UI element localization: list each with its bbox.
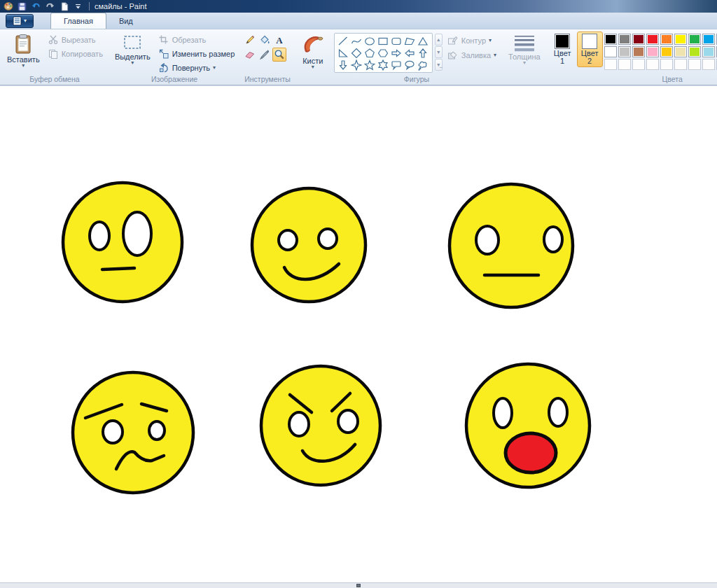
smiley-worried (73, 372, 193, 493)
palette-empty-slot[interactable] (674, 59, 687, 70)
outline-button[interactable]: Контур ▾ (445, 34, 499, 46)
tab-view[interactable]: Вид (106, 13, 146, 29)
shape-star-6-icon[interactable] (377, 59, 390, 71)
shape-callout-cloud-icon[interactable] (417, 59, 430, 71)
paste-button[interactable]: Вставить ▾ (4, 31, 43, 70)
shape-polygon-icon[interactable] (403, 35, 417, 47)
eraser-tool[interactable] (243, 48, 257, 62)
palette-color-0-2[interactable] (632, 34, 645, 45)
cut-button[interactable]: Вырезать (45, 34, 106, 46)
drawing-canvas[interactable] (0, 85, 717, 582)
gallery-expand-icon[interactable]: ▼̲ (435, 59, 443, 71)
pencil-tool[interactable] (243, 33, 257, 47)
fill-style-icon (447, 50, 459, 60)
chevron-down-icon: ▾ (131, 61, 134, 65)
redo-icon[interactable] (45, 1, 55, 12)
palette-color-1-3[interactable] (646, 46, 659, 57)
customize-quick-access-icon[interactable] (73, 1, 83, 12)
palette-color-0-6[interactable] (688, 34, 701, 45)
palette-color-1-2[interactable] (632, 46, 645, 57)
shape-callout-oval-icon[interactable] (403, 59, 417, 71)
palette-color-1-6[interactable] (688, 46, 701, 57)
group-caption: Цвета (550, 74, 717, 85)
group-caption (298, 83, 328, 85)
select-button[interactable]: Выделить ▾ (111, 31, 154, 67)
brushes-button[interactable]: Кисти ▾ (298, 31, 328, 71)
shape-curve-icon[interactable] (350, 35, 363, 47)
chevron-down-icon: ▾ (489, 38, 492, 43)
shape-diamond-icon[interactable] (350, 47, 363, 59)
group-tools: A Инструменты (241, 31, 293, 85)
palette-empty-slot[interactable] (646, 59, 659, 70)
shape-arrow-up-icon[interactable] (417, 47, 430, 59)
palette-color-0-0[interactable] (604, 34, 617, 45)
group-caption: Фигуры (334, 74, 499, 85)
shape-rectangle-icon[interactable] (377, 35, 390, 47)
palette-color-0-7[interactable] (702, 34, 715, 45)
copy-button[interactable]: Копировать (45, 48, 106, 59)
color2-button[interactable]: Цвет 2 (577, 31, 603, 67)
fill-button[interactable]: Заливка ▾ (445, 49, 499, 61)
palette-empty-slot[interactable] (660, 59, 673, 70)
fill-tool[interactable] (258, 33, 272, 47)
new-document-icon[interactable] (59, 1, 69, 12)
tab-home[interactable]: Главная (50, 13, 106, 29)
palette-empty-slot[interactable] (632, 59, 645, 70)
crop-button[interactable]: Обрезать (155, 34, 238, 46)
rotate-button[interactable]: Повернуть ▾ (155, 62, 238, 74)
chevron-down-icon: ▾ (494, 53, 496, 57)
shape-pentagon-icon[interactable] (363, 47, 377, 59)
palette-color-1-7[interactable] (702, 46, 715, 57)
group-brushes: Кисти ▾ (295, 31, 330, 85)
palette-color-1-5[interactable] (674, 46, 687, 57)
shape-rounded-rectangle-icon[interactable] (390, 35, 403, 47)
palette-color-1-4[interactable] (660, 46, 673, 57)
scroll-up-icon[interactable]: ▲ (435, 34, 443, 46)
resize-icon (158, 48, 169, 59)
undo-icon[interactable] (31, 1, 41, 12)
group-caption: Инструменты (243, 74, 291, 85)
color-palette (604, 31, 717, 71)
palette-color-1-0[interactable] (604, 46, 617, 57)
palette-empty-slot[interactable] (702, 59, 715, 70)
text-tool[interactable]: A (272, 33, 286, 47)
smiley-neutral (450, 184, 573, 307)
shape-arrow-right-icon[interactable] (390, 47, 403, 59)
resize-button[interactable]: Изменить размер (155, 48, 238, 59)
size-button[interactable]: Толщина ▾ (505, 31, 544, 67)
save-icon[interactable] (17, 1, 27, 12)
color2-swatch (582, 34, 597, 49)
color-picker-tool[interactable] (258, 48, 272, 62)
palette-color-0-1[interactable] (618, 34, 631, 45)
shape-line-icon[interactable] (337, 35, 350, 47)
ribbon-tabs: Главная Вид (50, 13, 146, 29)
brush-icon (301, 34, 325, 56)
palette-color-0-4[interactable] (660, 34, 673, 45)
shape-right-triangle-icon[interactable] (337, 47, 350, 59)
application-menu-button[interactable]: ▾ (6, 14, 34, 28)
palette-empty-slot[interactable] (604, 59, 617, 70)
shape-callout-rounded-icon[interactable] (390, 59, 403, 71)
palette-color-0-5[interactable] (674, 34, 687, 45)
shape-ellipse-icon[interactable] (363, 35, 377, 47)
scissors-icon (48, 34, 59, 45)
palette-empty-slot[interactable] (688, 59, 701, 70)
magnifier-tool[interactable] (272, 48, 286, 62)
palette-color-1-1[interactable] (618, 46, 631, 57)
canvas-work-area (0, 582, 717, 588)
scroll-down-icon[interactable]: ▼ (435, 46, 443, 58)
color1-button[interactable]: Цвет 1 (550, 31, 576, 67)
group-clipboard: Вставить ▾ Вырезать Копировать Буфер обм… (1, 31, 108, 85)
shape-star-4-icon[interactable] (350, 59, 363, 71)
shape-arrow-left-icon[interactable] (403, 47, 417, 59)
palette-empty-slot[interactable] (618, 59, 631, 70)
group-caption (505, 83, 544, 85)
paint-logo-icon[interactable] (3, 1, 13, 12)
palette-color-0-3[interactable] (646, 34, 659, 45)
shape-triangle-icon[interactable] (417, 35, 430, 47)
chevron-down-icon: ▾ (523, 61, 526, 65)
canvas-resize-handle[interactable] (356, 584, 361, 587)
shape-star-5-icon[interactable] (363, 59, 377, 71)
shape-hexagon-icon[interactable] (377, 47, 390, 59)
shape-arrow-down-icon[interactable] (337, 59, 350, 71)
